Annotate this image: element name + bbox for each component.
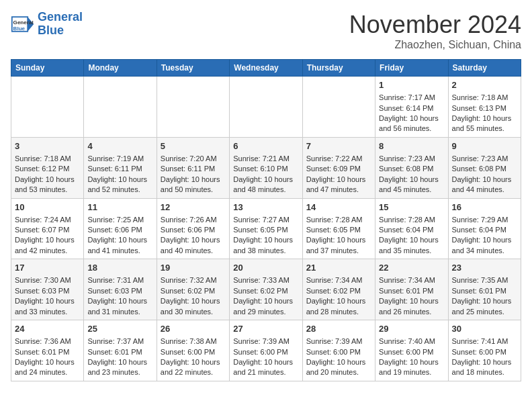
day-number: 1 bbox=[379, 79, 444, 91]
calendar-cell: 26Sunrise: 7:38 AMSunset: 6:00 PMDayligh… bbox=[157, 320, 229, 381]
day-info: Daylight: 10 hours and 56 minutes. bbox=[379, 113, 444, 134]
day-info: Sunrise: 7:22 AM bbox=[306, 154, 371, 164]
day-info: Daylight: 10 hours and 35 minutes. bbox=[379, 235, 444, 256]
day-info: Sunset: 6:00 PM bbox=[379, 347, 444, 357]
day-info: Daylight: 10 hours and 21 minutes. bbox=[233, 357, 298, 378]
day-info: Daylight: 10 hours and 33 minutes. bbox=[15, 296, 80, 317]
day-number: 21 bbox=[306, 262, 371, 274]
day-info: Sunrise: 7:31 AM bbox=[87, 275, 152, 285]
day-info: Sunset: 6:01 PM bbox=[379, 286, 444, 296]
day-info: Sunset: 6:12 PM bbox=[15, 164, 80, 174]
day-number: 28 bbox=[306, 323, 371, 335]
day-number: 18 bbox=[87, 262, 152, 274]
day-header-friday: Friday bbox=[375, 60, 448, 77]
day-info: Sunrise: 7:38 AM bbox=[161, 336, 226, 347]
calendar-cell: 22Sunrise: 7:34 AMSunset: 6:01 PMDayligh… bbox=[375, 259, 448, 320]
day-info: Daylight: 10 hours and 26 minutes. bbox=[379, 296, 444, 317]
svg-text:Blue: Blue bbox=[13, 26, 26, 32]
location: Zhaozhen, Sichuan, China bbox=[349, 39, 521, 51]
day-number: 23 bbox=[452, 262, 517, 274]
week-row-2: 3Sunrise: 7:18 AMSunset: 6:12 PMDaylight… bbox=[11, 137, 521, 198]
calendar-cell bbox=[230, 77, 302, 138]
day-info: Sunset: 6:02 PM bbox=[161, 286, 226, 296]
week-row-3: 10Sunrise: 7:24 AMSunset: 6:07 PMDayligh… bbox=[11, 198, 521, 259]
calendar-cell: 27Sunrise: 7:39 AMSunset: 6:00 PMDayligh… bbox=[230, 320, 302, 381]
day-number: 6 bbox=[233, 140, 298, 152]
calendar-cell: 11Sunrise: 7:25 AMSunset: 6:06 PMDayligh… bbox=[84, 198, 157, 259]
day-info: Sunset: 6:05 PM bbox=[306, 225, 371, 235]
day-number: 3 bbox=[15, 140, 80, 152]
day-info: Daylight: 10 hours and 20 minutes. bbox=[306, 357, 371, 378]
calendar-header: SundayMondayTuesdayWednesdayThursdayFrid… bbox=[11, 60, 521, 77]
day-number: 20 bbox=[233, 262, 298, 274]
day-number: 24 bbox=[15, 323, 80, 335]
day-number: 16 bbox=[452, 201, 517, 214]
day-info: Sunrise: 7:35 AM bbox=[452, 275, 517, 285]
day-info: Sunset: 6:11 PM bbox=[161, 164, 226, 174]
day-info: Sunrise: 7:34 AM bbox=[306, 275, 371, 285]
day-info: Daylight: 10 hours and 37 minutes. bbox=[306, 235, 371, 256]
day-info: Daylight: 10 hours and 48 minutes. bbox=[233, 175, 298, 195]
day-info: Sunset: 6:02 PM bbox=[233, 286, 298, 296]
day-info: Sunrise: 7:17 AM bbox=[379, 93, 444, 103]
calendar-cell: 8Sunrise: 7:23 AMSunset: 6:08 PMDaylight… bbox=[375, 137, 448, 198]
day-number: 15 bbox=[379, 201, 444, 214]
day-info: Daylight: 10 hours and 25 minutes. bbox=[452, 296, 517, 317]
day-header-sunday: Sunday bbox=[11, 60, 84, 77]
day-info: Sunrise: 7:23 AM bbox=[452, 154, 517, 164]
day-info: Sunset: 6:01 PM bbox=[452, 286, 517, 296]
day-number: 13 bbox=[233, 201, 298, 214]
svg-text:General: General bbox=[13, 19, 34, 26]
calendar-cell: 10Sunrise: 7:24 AMSunset: 6:07 PMDayligh… bbox=[11, 198, 84, 259]
day-info: Daylight: 10 hours and 44 minutes. bbox=[452, 175, 517, 195]
logo: General Blue General Blue bbox=[11, 11, 83, 38]
day-info: Sunrise: 7:25 AM bbox=[87, 215, 152, 225]
day-number: 11 bbox=[87, 201, 152, 214]
day-info: Sunrise: 7:30 AM bbox=[15, 275, 80, 285]
calendar-cell: 20Sunrise: 7:33 AMSunset: 6:02 PMDayligh… bbox=[230, 259, 302, 320]
calendar-cell: 12Sunrise: 7:26 AMSunset: 6:06 PMDayligh… bbox=[157, 198, 229, 259]
day-info: Daylight: 10 hours and 28 minutes. bbox=[306, 296, 371, 317]
calendar-cell: 19Sunrise: 7:32 AMSunset: 6:02 PMDayligh… bbox=[157, 259, 229, 320]
calendar-cell: 9Sunrise: 7:23 AMSunset: 6:08 PMDaylight… bbox=[448, 137, 521, 198]
calendar-cell: 16Sunrise: 7:29 AMSunset: 6:04 PMDayligh… bbox=[448, 198, 521, 259]
day-info: Daylight: 10 hours and 22 minutes. bbox=[161, 357, 226, 378]
calendar-cell: 1Sunrise: 7:17 AMSunset: 6:14 PMDaylight… bbox=[375, 77, 448, 138]
day-number: 19 bbox=[161, 262, 226, 274]
day-number: 27 bbox=[233, 323, 298, 335]
day-info: Daylight: 10 hours and 40 minutes. bbox=[161, 235, 226, 256]
day-info: Sunset: 6:06 PM bbox=[87, 225, 152, 235]
day-info: Sunrise: 7:29 AM bbox=[452, 215, 517, 225]
day-info: Daylight: 10 hours and 42 minutes. bbox=[15, 235, 80, 256]
day-info: Daylight: 10 hours and 24 minutes. bbox=[15, 357, 80, 378]
day-number: 30 bbox=[452, 323, 517, 335]
day-info: Daylight: 10 hours and 38 minutes. bbox=[233, 235, 298, 256]
day-number: 8 bbox=[379, 140, 444, 152]
day-info: Sunset: 6:00 PM bbox=[306, 347, 371, 357]
day-info: Sunrise: 7:18 AM bbox=[15, 154, 80, 164]
day-info: Sunrise: 7:40 AM bbox=[379, 336, 444, 347]
day-info: Sunset: 6:05 PM bbox=[233, 225, 298, 235]
logo-text: General Blue bbox=[38, 11, 83, 38]
day-info: Daylight: 10 hours and 47 minutes. bbox=[306, 175, 371, 195]
day-number: 4 bbox=[87, 140, 152, 152]
day-info: Daylight: 10 hours and 55 minutes. bbox=[452, 113, 517, 134]
day-info: Daylight: 10 hours and 31 minutes. bbox=[87, 296, 152, 317]
calendar-cell bbox=[302, 77, 375, 138]
day-header-tuesday: Tuesday bbox=[157, 60, 229, 77]
day-info: Sunrise: 7:27 AM bbox=[233, 215, 298, 225]
calendar-cell: 3Sunrise: 7:18 AMSunset: 6:12 PMDaylight… bbox=[11, 137, 84, 198]
day-info: Sunrise: 7:24 AM bbox=[15, 215, 80, 225]
day-info: Sunset: 6:00 PM bbox=[452, 347, 517, 357]
logo-blue: Blue bbox=[38, 24, 64, 37]
day-info: Sunset: 6:08 PM bbox=[452, 164, 517, 174]
day-number: 29 bbox=[379, 323, 444, 335]
day-number: 5 bbox=[161, 140, 226, 152]
day-info: Sunset: 6:07 PM bbox=[15, 225, 80, 235]
day-info: Sunset: 6:04 PM bbox=[452, 225, 517, 235]
day-info: Sunset: 6:13 PM bbox=[452, 103, 517, 113]
day-number: 17 bbox=[15, 262, 80, 274]
day-info: Sunset: 6:01 PM bbox=[15, 347, 80, 357]
day-info: Sunset: 6:00 PM bbox=[233, 347, 298, 357]
day-info: Daylight: 10 hours and 29 minutes. bbox=[233, 296, 298, 317]
